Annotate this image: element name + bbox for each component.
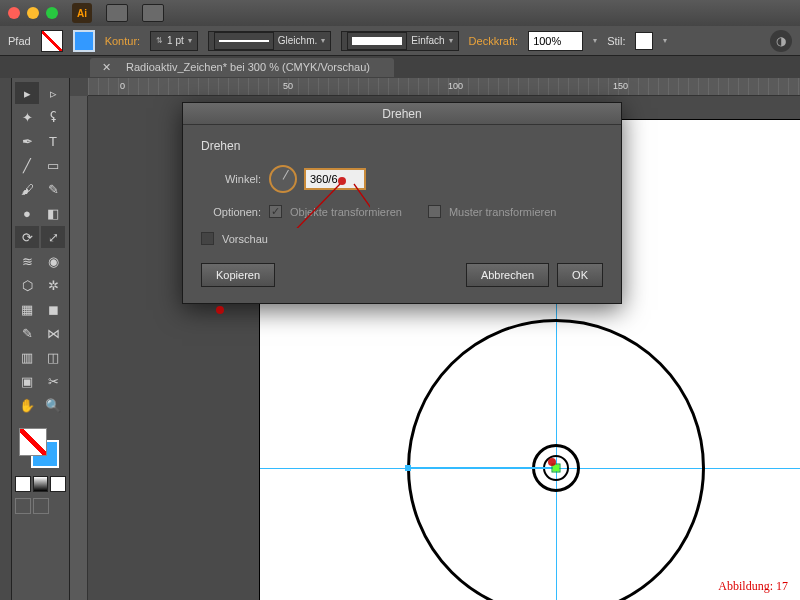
color-mode-swatch[interactable] — [15, 476, 31, 492]
app-logo-icon: Ai — [72, 3, 92, 23]
preview-label: Vorschau — [222, 233, 268, 245]
scale-tool[interactable]: ⤢ — [41, 226, 65, 248]
bridge-icon[interactable] — [106, 4, 128, 22]
figure-caption: Abbildung: 17 — [718, 579, 788, 594]
document-tab-bar: ✕ Radioaktiv_Zeichen* bei 300 % (CMYK/Vo… — [0, 56, 800, 78]
dialog-section-label: Drehen — [201, 139, 603, 153]
none-mode-swatch[interactable] — [50, 476, 66, 492]
callout-dot-icon — [338, 177, 346, 185]
dialog-title[interactable]: Drehen — [183, 103, 621, 125]
slice-tool[interactable]: ✂ — [41, 370, 65, 392]
callout-dot-icon — [548, 458, 556, 466]
callout-dot-icon — [216, 306, 224, 314]
angle-dial[interactable] — [269, 165, 297, 193]
selected-path[interactable] — [408, 467, 556, 469]
toolbox: ▸▹ ✦ʢ ✒T ╱▭ 🖌✎ ●◧ ⟳⤢ ≋◉ ⬡✲ ▦◼ ✎⋈ ▥◫ ▣✂ ✋… — [12, 78, 70, 600]
transform-objects-label: Objekte transformieren — [290, 206, 402, 218]
column-graph-tool[interactable]: ▥ — [15, 346, 39, 368]
zoom-tool[interactable]: 🔍 — [41, 394, 65, 416]
graphic-style-swatch[interactable] — [635, 32, 653, 50]
ok-button[interactable]: OK — [557, 263, 603, 287]
ruler-horizontal[interactable]: 0 50 100 150 — [88, 78, 800, 96]
window-titlebar: Ai — [0, 0, 800, 26]
magic-wand-tool[interactable]: ✦ — [15, 106, 39, 128]
style-label: Stil: — [607, 35, 625, 47]
brush-def-value: Einfach — [411, 35, 444, 46]
opacity-input[interactable] — [528, 31, 583, 51]
canvas-area[interactable]: 0 50 100 150 Drehen Drehen Winkel: — [70, 78, 800, 600]
line-tool[interactable]: ╱ — [15, 154, 39, 176]
stroke-label[interactable]: Kontur: — [105, 35, 140, 47]
fill-stroke-indicator[interactable] — [15, 424, 66, 472]
perspective-tool[interactable]: ◫ — [41, 346, 65, 368]
stroke-profile-select[interactable]: Gleichm.▾ — [208, 31, 331, 51]
blend-tool[interactable]: ⋈ — [41, 322, 65, 344]
close-window-icon[interactable] — [8, 7, 20, 19]
stroke-profile-value: Gleichm. — [278, 35, 317, 46]
opacity-label[interactable]: Deckkraft: — [469, 35, 519, 47]
shape-builder-tool[interactable]: ⬡ — [15, 274, 39, 296]
stroke-swatch[interactable] — [73, 30, 95, 52]
arrange-docs-icon[interactable] — [142, 4, 164, 22]
traffic-lights — [8, 7, 58, 19]
lasso-tool[interactable]: ʢ — [41, 106, 65, 128]
screen-mode-normal[interactable] — [15, 498, 31, 514]
preview-checkbox[interactable] — [201, 232, 214, 245]
brush-tool[interactable]: 🖌 — [15, 178, 39, 200]
rotate-dialog: Drehen Drehen Winkel: Optionen: Objekte … — [182, 102, 622, 304]
control-bar: Pfad Kontur: ⇅1 pt▾ Gleichm.▾ Einfach▾ D… — [0, 26, 800, 56]
angle-label: Winkel: — [201, 173, 261, 185]
stroke-weight-select[interactable]: ⇅1 pt▾ — [150, 31, 198, 51]
selection-tool[interactable]: ▸ — [15, 82, 39, 104]
direct-selection-tool[interactable]: ▹ — [41, 82, 65, 104]
width-tool[interactable]: ≋ — [15, 250, 39, 272]
angle-input[interactable] — [305, 169, 365, 189]
cancel-button[interactable]: Abbrechen — [466, 263, 549, 287]
brush-def-select[interactable]: Einfach▾ — [341, 31, 458, 51]
eyedropper-tool[interactable]: ✎ — [15, 322, 39, 344]
options-label: Optionen: — [201, 206, 261, 218]
hand-tool[interactable]: ✋ — [15, 394, 39, 416]
zoom-window-icon[interactable] — [46, 7, 58, 19]
artboard-tool[interactable]: ▣ — [15, 370, 39, 392]
pen-tool[interactable]: ✒ — [15, 130, 39, 152]
screen-mode-full[interactable] — [33, 498, 49, 514]
type-tool[interactable]: T — [41, 130, 65, 152]
panel-collapse-strip[interactable] — [0, 78, 12, 600]
mesh-tool[interactable]: ▦ — [15, 298, 39, 320]
free-transform-tool[interactable]: ◉ — [41, 250, 65, 272]
gradient-mode-swatch[interactable] — [33, 476, 49, 492]
pencil-tool[interactable]: ✎ — [41, 178, 65, 200]
rotate-tool[interactable]: ⟳ — [15, 226, 39, 248]
ruler-vertical[interactable] — [70, 96, 88, 600]
selection-type-label: Pfad — [8, 35, 31, 47]
transform-patterns-label: Muster transformieren — [449, 206, 557, 218]
minimize-window-icon[interactable] — [27, 7, 39, 19]
eraser-tool[interactable]: ◧ — [41, 202, 65, 224]
fill-indicator[interactable] — [19, 428, 47, 456]
transform-patterns-checkbox[interactable] — [428, 205, 441, 218]
anchor-point[interactable] — [405, 465, 411, 471]
document-tab[interactable]: ✕ Radioaktiv_Zeichen* bei 300 % (CMYK/Vo… — [90, 58, 394, 77]
gradient-tool[interactable]: ◼ — [41, 298, 65, 320]
blob-brush-tool[interactable]: ● — [15, 202, 39, 224]
panel-menu-icon[interactable]: ◑ — [770, 30, 792, 52]
copy-button[interactable]: Kopieren — [201, 263, 275, 287]
transform-objects-checkbox[interactable] — [269, 205, 282, 218]
rectangle-tool[interactable]: ▭ — [41, 154, 65, 176]
symbol-sprayer-tool[interactable]: ✲ — [41, 274, 65, 296]
stroke-weight-value: 1 pt — [167, 35, 184, 46]
fill-swatch[interactable] — [41, 30, 63, 52]
